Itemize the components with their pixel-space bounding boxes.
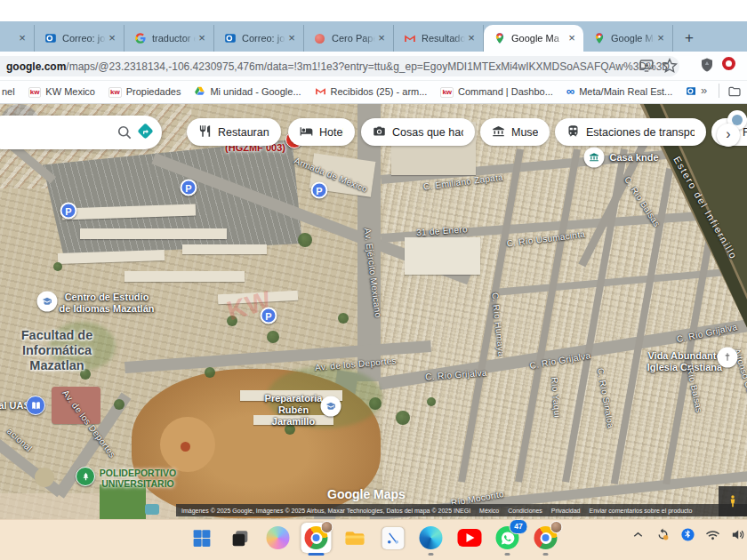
new-tab-button[interactable]: + [679,28,699,48]
sync-icon[interactable] [655,526,671,542]
start-taskbar-icon[interactable] [187,523,217,553]
hotel-icon [300,124,313,140]
park-pin-icon[interactable] [76,467,95,486]
notification-badge: 47 [510,519,528,534]
library-pin-icon[interactable] [26,396,45,415]
red-o-extension-icon[interactable] [722,57,738,73]
running-indicator [429,553,434,556]
attribution-link-3[interactable]: Privacidad [551,508,581,514]
bookmarks-divider [719,84,719,98]
chip-label: Estaciones de transport... [586,126,695,139]
directions-icon[interactable] [139,124,156,141]
tab-close-icon[interactable]: × [655,32,667,44]
tab-8[interactable]: Google Ma× [583,25,673,52]
pegman-box[interactable] [719,486,747,516]
tab-label: Google Ma [511,33,566,44]
bookmark-star-icon[interactable] [662,58,678,74]
shield-extension-icon[interactable] [699,57,715,73]
school-pin-icon[interactable] [321,396,341,417]
volume-icon[interactable] [729,526,745,542]
attribution-link-2[interactable]: Condiciones [508,508,542,514]
tab-1[interactable]: ntrol× [0,25,35,52]
bookmark-item-7[interactable]: ∞Meta/Main Real Est... [566,86,672,97]
bookmarks-overflow-icon[interactable]: » [701,84,707,97]
task-view-taskbar-icon[interactable] [225,523,255,553]
tab-close-icon[interactable]: × [196,32,208,44]
restaurant-icon [198,124,212,140]
outlook-favicon [686,85,695,99]
outlook-favicon [223,32,237,45]
school-pin-icon[interactable] [37,292,58,312]
parking-pin-icon[interactable]: P [60,203,77,220]
bookmark-item-2[interactable]: kwKW Mexico [28,85,95,98]
chip-label: Museos [511,126,538,139]
bookmark-item-6[interactable]: kwCommand | Dashbo... [440,85,552,98]
bluetooth-icon[interactable] [679,526,695,542]
map-label-place-25[interactable]: PreparatoriaRubénJaramillo [265,393,323,428]
building [124,271,245,282]
chrome-taskbar-icon[interactable] [301,523,332,553]
youtube-taskbar-icon[interactable] [454,523,485,553]
send-to-device-icon[interactable] [639,58,655,74]
chevron-up-icon[interactable] [630,526,646,542]
chrome-profile-taskbar-icon[interactable] [531,523,561,553]
tab-label: Cero Papel [332,33,375,44]
gmaps-favicon [493,32,506,45]
tab-6[interactable]: Resultados× [394,25,484,52]
map-label-green-26[interactable]: POLIDEPORTIVOUNIVERSITARIO [100,468,176,490]
other-bookmarks-folder-icon[interactable] [727,84,742,99]
attribution-link-4[interactable]: Enviar comentarios sobre el producto [590,508,693,514]
whatsapp-taskbar-icon[interactable]: 47 [493,523,523,553]
parking-pin-icon[interactable]: P [181,180,197,196]
bookmark-item-3[interactable]: kwPropiedades [108,85,181,98]
tab-close-icon[interactable]: × [465,32,478,44]
attribution-link-1[interactable]: México [479,508,499,514]
profile-avatar [550,521,563,533]
chip-restaurant[interactable]: Restaurantes [187,118,281,146]
maps-search-box[interactable] [0,116,162,149]
gmail-favicon [403,32,416,45]
edge-taskbar-icon[interactable] [416,523,446,553]
tab-5[interactable]: Cero Papel× [304,25,394,52]
snipping-tool-taskbar-icon[interactable] [378,523,408,553]
bookmark-item-5[interactable]: Recibidos (25) - arm... [315,85,428,99]
map-label-place-6[interactable]: Casa knde [609,152,658,164]
search-icon[interactable] [116,124,133,141]
tab-7[interactable]: Google Ma× [484,25,583,52]
wifi-icon[interactable] [704,526,720,542]
transit-icon [566,124,580,140]
tab-close-icon[interactable]: × [285,32,298,44]
museum-icon [492,124,505,140]
map-canvas[interactable]: Eco(HGZMF 003)Armada de MéxicoC. Emilian… [0,104,747,519]
pegman-icon [726,494,740,508]
tab-close-icon[interactable]: × [566,32,578,44]
parking-pin-icon[interactable]: P [311,182,328,199]
museum-pin-icon[interactable] [584,148,605,168]
tab-3[interactable]: traductor e× [124,25,214,52]
meta-favicon: ∞ [566,86,574,97]
chip-hotel[interactable]: Hoteles [288,118,355,146]
church-pin-icon[interactable] [718,348,738,368]
file-explorer-taskbar-icon[interactable] [340,523,370,553]
cero-favicon [313,32,326,45]
chips-scroll-arrow[interactable]: › [717,124,740,147]
bookmark-label: KW Mexico [45,86,95,97]
parking-pin-icon[interactable]: P [261,308,277,324]
chip-camera[interactable]: Cosas que hacer [361,118,475,146]
tab-close-icon[interactable]: × [106,32,118,44]
bookmark-item-1[interactable]: nel [2,86,15,97]
chip-transit[interactable]: Estaciones de transport... [555,118,706,146]
gmaps-favicon [592,32,606,45]
omnibox[interactable]: google.com/maps/@23.2318134,-106.4230975… [0,56,679,76]
map-label-place-19[interactable]: Centro de Estudiode Idiomas Mazatlán [60,292,155,315]
tab-4[interactable]: Correo: jos× [214,25,304,52]
tab-label: Resultados [422,33,465,44]
tab-close-icon[interactable]: × [375,32,388,44]
bookmark-item-4[interactable]: Mi unidad - Google... [194,85,301,99]
chip-museum[interactable]: Museos [480,118,550,146]
copilot-taskbar-icon[interactable] [263,523,293,553]
url-host: google.com [6,60,66,73]
tab-2[interactable]: Correo: jos× [35,25,124,52]
tab-close-icon[interactable]: × [16,32,28,44]
bookmark-item-8[interactable]: Correo - armandogt... [686,85,695,99]
